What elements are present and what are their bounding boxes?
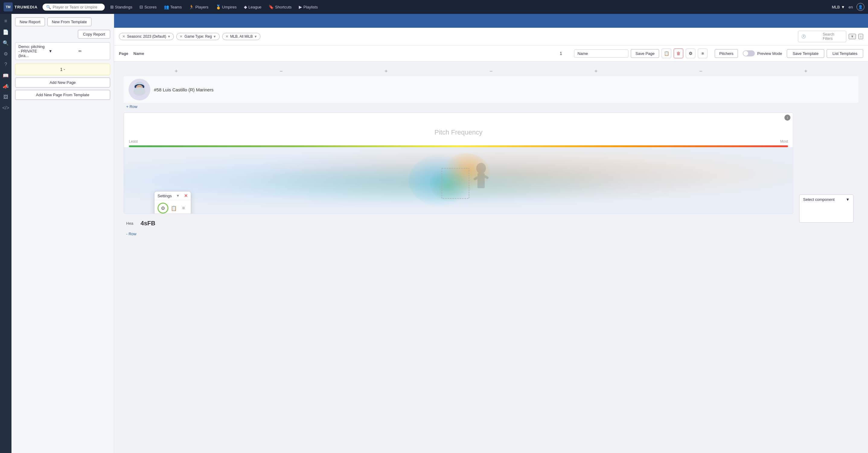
page-name-input[interactable] <box>574 50 628 58</box>
select-component-content <box>800 204 853 222</box>
game-type-filter-chip[interactable]: ✕ Game Type: Reg ▼ <box>176 33 219 40</box>
gear-icon: ⚙ <box>161 205 165 211</box>
nav-item-teams[interactable]: 👥 Teams <box>161 3 185 10</box>
copy-report-area: Copy Report <box>15 30 110 39</box>
settings-icon-button[interactable]: ⚙ <box>686 48 695 58</box>
select-component-expand-icon: ▼ <box>846 197 849 202</box>
col-add-1[interactable]: + <box>175 68 178 74</box>
blue-header-bar <box>114 14 868 28</box>
seasons-filter-chip[interactable]: ✕ Seasons: 2023 (Default) ▼ <box>119 33 174 40</box>
add-from-template-button[interactable]: Add New Page From Template <box>15 90 110 100</box>
frequency-legend: Least Most <box>124 139 793 145</box>
search-input[interactable] <box>53 5 101 9</box>
game-type-filter-expand-icon[interactable]: ▼ <box>213 35 216 38</box>
history-icon: 🕐 <box>801 34 822 39</box>
sidebar-image-icon[interactable]: 🖼 <box>1 92 10 102</box>
col-add-4[interactable]: + <box>804 68 808 74</box>
league-icon: ◆ <box>244 4 247 9</box>
language-selector[interactable]: en <box>849 5 853 9</box>
sidebar-announce-icon[interactable]: 📣 <box>1 82 10 91</box>
mlb-filter-remove-icon[interactable]: ✕ <box>225 34 228 39</box>
user-avatar[interactable]: 👤 <box>857 3 864 11</box>
search-filters-label: Search Filters <box>823 32 843 41</box>
settings-popup-title: Settings <box>158 194 172 198</box>
page-item-1[interactable]: 1 - <box>15 64 110 75</box>
select-component-button[interactable]: Select component ▼ <box>800 195 853 204</box>
select-component-dropdown[interactable]: Select component ▼ <box>799 195 854 223</box>
preview-mode-label: Preview Mode <box>757 51 782 56</box>
global-search-box[interactable]: 🔍 <box>42 4 105 10</box>
new-from-template-button[interactable]: New From Template <box>48 18 91 26</box>
sidebar-tools-icon[interactable]: ⚙ <box>1 49 10 59</box>
col-remove-2[interactable]: − <box>490 68 493 74</box>
seasons-filter-expand-icon[interactable]: ▼ <box>167 35 170 38</box>
info-icon[interactable]: i <box>784 115 790 121</box>
settings-popup-close-button[interactable]: ✕ <box>184 193 188 198</box>
head-label: Hea <box>126 221 133 226</box>
player-avatar <box>129 79 150 100</box>
sidebar-menu-icon[interactable]: ≡ <box>1 16 10 26</box>
save-template-button[interactable]: Save Template <box>787 49 824 58</box>
svg-point-7 <box>430 165 472 201</box>
save-page-button[interactable]: Save Page <box>631 49 659 58</box>
filters-bar: ✕ Seasons: 2023 (Default) ▼ ✕ Game Type:… <box>114 28 868 45</box>
scores-icon: ⊟ <box>140 4 143 9</box>
settings-gear-button[interactable]: ⚙ <box>158 203 168 214</box>
add-row-button[interactable]: + Row <box>124 103 858 110</box>
svg-point-4 <box>133 87 146 96</box>
seasons-filter-remove-icon[interactable]: ✕ <box>122 34 125 39</box>
mlb-filter-chip[interactable]: ✕ MLB, All MiLB ▼ <box>222 33 261 40</box>
pitchers-button[interactable]: Pitchers <box>715 49 738 58</box>
col-remove-3[interactable]: − <box>699 68 703 74</box>
sidebar-search-icon[interactable]: 🔍 <box>1 38 10 47</box>
sidebar-help-icon[interactable]: ? <box>1 60 10 69</box>
delete-icon: 🗑 <box>676 51 681 56</box>
legend-least: Least <box>129 139 137 143</box>
settings-filter-button[interactable]: ≡ <box>179 204 188 212</box>
nav-item-standings[interactable]: ⊞ Standings <box>107 3 135 10</box>
reorder-icon: ≡ <box>702 51 704 56</box>
filter-expand-button[interactable]: ▼ <box>849 34 856 39</box>
umpires-icon: 🏅 <box>216 4 221 9</box>
nav-item-playlists[interactable]: ▶ Playlists <box>296 3 321 10</box>
widget-column: i Pitch Frequency Least Most <box>124 110 793 230</box>
game-type-filter-remove-icon[interactable]: ✕ <box>180 34 183 39</box>
reorder-icon-button[interactable]: ≡ <box>698 48 707 58</box>
nav-item-players[interactable]: 🏃 Players <box>186 3 211 10</box>
nav-item-umpires[interactable]: 🏅 Umpires <box>213 3 240 10</box>
search-filters-box[interactable]: 🕐 Search Filters <box>798 31 846 42</box>
sidebar-code-icon[interactable]: </> <box>1 103 10 113</box>
new-report-button[interactable]: New Report <box>15 18 45 26</box>
page-col-header: Page <box>119 51 131 56</box>
page-editor: Page Name 1 Save Page 📋 🗑 ⚙ ≡ Pitchers <box>114 45 868 453</box>
copy-report-button[interactable]: Copy Report <box>78 30 110 39</box>
nav-item-league[interactable]: ◆ League <box>241 3 265 10</box>
left-panel: New Report New From Template Copy Report… <box>11 14 114 453</box>
sidebar-report-icon[interactable]: 📄 <box>1 27 10 37</box>
settings-copy-button[interactable]: 📋 <box>169 204 178 212</box>
remove-row-button[interactable]: - Row <box>124 230 858 237</box>
players-icon: 🏃 <box>189 4 194 9</box>
sidebar-book-icon[interactable]: 📖 <box>1 71 10 80</box>
filter-expand-right-button[interactable]: › <box>858 34 863 39</box>
col-remove-1[interactable]: − <box>279 68 283 74</box>
filter-icon: ≡ <box>182 205 185 211</box>
nav-item-shortcuts[interactable]: 🔖 Shortcuts <box>266 3 294 10</box>
pitch-type-label: 4sFB <box>136 218 160 229</box>
select-component-label: Select component <box>803 197 835 202</box>
pitch-frequency-widget: i Pitch Frequency Least Most <box>124 112 793 214</box>
col-add-2[interactable]: + <box>384 68 388 74</box>
list-templates-button[interactable]: List Templates <box>827 49 863 58</box>
settings-popup-expand-icon[interactable]: ▼ <box>176 194 180 198</box>
add-new-page-button[interactable]: Add New Page <box>15 77 110 88</box>
preview-mode-toggle[interactable] <box>743 51 755 56</box>
report-edit-icon[interactable]: ✏ <box>79 49 107 53</box>
mlb-selector[interactable]: MLB ▼ <box>832 5 845 9</box>
report-selector[interactable]: Demo: pitching - PRIVATE (bra... ▼ ✏ <box>15 42 110 60</box>
copy-page-icon-button[interactable]: 📋 <box>661 48 671 58</box>
col-add-3[interactable]: + <box>594 68 597 74</box>
delete-page-icon-button[interactable]: 🗑 <box>674 48 683 58</box>
game-type-filter-label: Game Type: Reg <box>184 34 212 39</box>
nav-item-scores[interactable]: ⊟ Scores <box>136 3 159 10</box>
mlb-filter-expand-icon[interactable]: ▼ <box>254 35 257 38</box>
